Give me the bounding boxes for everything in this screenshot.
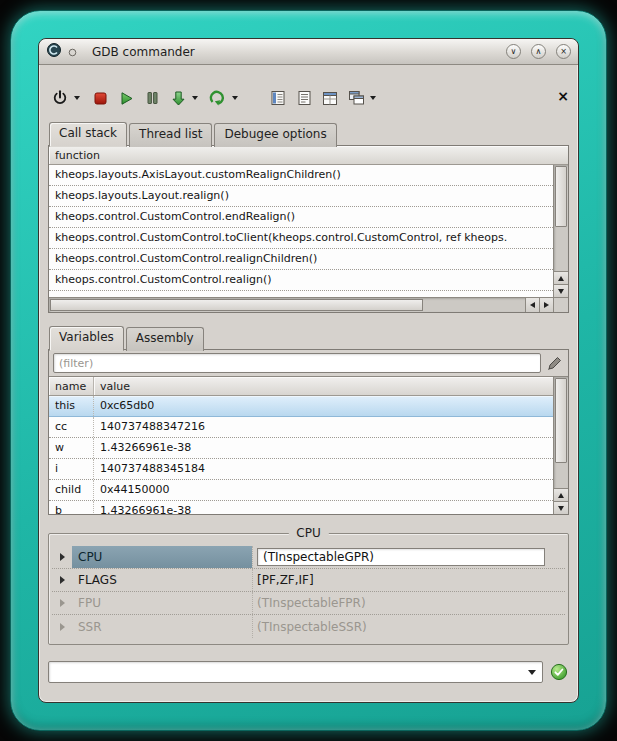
cpu-groupbox-title: CPU	[288, 526, 328, 540]
chevron-right-icon	[60, 599, 65, 607]
titlebar[interactable]: GDB commander ∨ ∧ ×	[39, 39, 578, 65]
chevron-down-icon[interactable]	[74, 96, 80, 100]
inspector-row-flags[interactable]: FLAGS [PF,ZF,IF]	[52, 569, 565, 592]
send-command-button[interactable]	[549, 662, 569, 682]
inspector-value-field[interactable]: (TInspectableGPR)	[257, 548, 545, 566]
chevron-up-icon	[558, 493, 564, 498]
close-button[interactable]: ×	[556, 44, 571, 59]
variable-value: 140737488345184	[94, 459, 553, 479]
tab-debugee-options[interactable]: Debugee options	[214, 123, 336, 147]
cpu-view-button[interactable]	[318, 87, 342, 109]
app-icon	[46, 42, 63, 62]
inspector-name[interactable]: FLAGS	[72, 569, 252, 591]
inspector-row-cpu[interactable]: CPU (TInspectableGPR)	[52, 546, 565, 569]
gdb-command-input[interactable]	[50, 663, 520, 681]
variable-row[interactable]: w 1.43266961e-38	[49, 438, 553, 459]
variables-tabbar: Variables Assembly	[48, 326, 569, 350]
variable-row[interactable]: b 1.43266961e-38	[49, 501, 553, 514]
chevron-right-icon	[60, 553, 65, 561]
column-header-value[interactable]: value	[94, 377, 568, 395]
inspector-row-fpu[interactable]: FPU (TInspectableFPR)	[52, 592, 565, 615]
column-header-function[interactable]: function	[49, 146, 568, 164]
variable-value: 1.43266961e-38	[94, 438, 553, 458]
chevron-down-icon[interactable]	[192, 96, 198, 100]
run-button[interactable]	[114, 87, 138, 109]
tab-variables[interactable]: Variables	[49, 326, 124, 351]
chevron-down-icon[interactable]	[528, 670, 536, 675]
variable-value: 140737488347216	[94, 417, 553, 437]
inspector-name[interactable]: CPU	[72, 546, 252, 568]
callstack-row[interactable]: kheops.control.CustomControl.realignChil…	[49, 249, 553, 270]
inspector-name[interactable]: SSR	[72, 615, 252, 638]
gdb-command-combobox[interactable]	[48, 661, 543, 683]
step-over-button[interactable]	[206, 87, 230, 109]
expander-button[interactable]	[52, 553, 72, 561]
scrollbar-buttons	[525, 298, 553, 312]
scroll-down-button[interactable]	[554, 501, 568, 514]
expander-button[interactable]	[52, 576, 72, 584]
client-area: ×	[39, 87, 578, 683]
pause-button[interactable]	[140, 87, 164, 109]
callstack-table-header: function	[49, 146, 568, 165]
variable-value: 1.43266961e-38	[94, 501, 553, 514]
variable-name: this	[49, 396, 94, 416]
callstack-row[interactable]: kheops.layouts.AxisLayout.customRealignC…	[49, 165, 553, 186]
inspector-value: [PF,ZF,IF]	[252, 569, 565, 591]
variable-row[interactable]: this 0xc65db0	[49, 396, 553, 417]
callstack-row[interactable]: kheops.control.CustomControl.endRealign(…	[49, 207, 553, 228]
cpu-groupbox: CPU CPU (TInspectableGPR) FLAGS [PF,ZF,I…	[48, 533, 569, 645]
chevron-down-icon[interactable]	[370, 96, 376, 100]
variable-name: w	[49, 438, 94, 458]
vertical-scrollbar[interactable]	[553, 165, 568, 297]
callstack-rows: kheops.layouts.AxisLayout.customRealignC…	[49, 165, 553, 297]
gdb-commander-window: GDB commander ∨ ∧ × ×	[38, 38, 579, 703]
variables-table: name value this 0xc65db0 cc 140737488347…	[49, 376, 568, 514]
variable-name: cc	[49, 417, 94, 437]
inspector-row-ssr[interactable]: SSR (TInspectableSSR)	[52, 615, 565, 638]
scroll-left-button[interactable]	[525, 298, 539, 312]
scrollbar-thumb[interactable]	[555, 378, 567, 463]
scroll-up-button[interactable]	[554, 271, 568, 284]
tab-call-stack[interactable]: Call stack	[49, 122, 127, 147]
column-header-name[interactable]: name	[49, 377, 94, 395]
filter-input[interactable]	[53, 353, 541, 373]
stop-button[interactable]	[88, 87, 112, 109]
scroll-right-button[interactable]	[539, 298, 553, 312]
window-glow-frame: GDB commander ∨ ∧ × ×	[10, 10, 607, 731]
minimize-button[interactable]: ∨	[506, 44, 521, 59]
chevron-down-icon[interactable]	[232, 96, 238, 100]
clear-filter-button[interactable]	[544, 354, 564, 372]
scroll-down-button[interactable]	[554, 284, 568, 297]
tab-thread-list[interactable]: Thread list	[129, 123, 212, 147]
variables-pane: name value this 0xc65db0 cc 140737488347…	[48, 349, 569, 515]
windows-button[interactable]	[344, 87, 368, 109]
inspector-name[interactable]: FPU	[72, 592, 252, 614]
callstack-row[interactable]: kheops.control.CustomControl.toClient(kh…	[49, 228, 553, 249]
panel-close-button[interactable]: ×	[557, 89, 569, 103]
variable-name: child	[49, 480, 94, 500]
power-button[interactable]	[48, 87, 72, 109]
callstack-row[interactable]: kheops.control.CustomControl.realign()	[49, 270, 553, 291]
callstack-row[interactable]: kheops.layouts.Layout.realign()	[49, 186, 553, 207]
pin-icon[interactable]	[68, 42, 77, 61]
horizontal-scrollbar[interactable]	[49, 297, 553, 312]
memory-view-button[interactable]	[266, 87, 290, 109]
vertical-scrollbar[interactable]	[553, 377, 568, 514]
expander-button[interactable]	[52, 623, 72, 631]
variable-row[interactable]: i 140737488345184	[49, 459, 553, 480]
scrollbar-thumb[interactable]	[50, 299, 423, 311]
filter-row	[49, 350, 568, 376]
variable-row[interactable]: child 0x44150000	[49, 480, 553, 501]
scrollbar-buttons	[554, 488, 568, 514]
step-button[interactable]	[166, 87, 190, 109]
variable-row[interactable]: cc 140737488347216	[49, 417, 553, 438]
scroll-up-button[interactable]	[554, 488, 568, 501]
chevron-down-icon	[558, 289, 564, 294]
scrollbar-thumb[interactable]	[555, 166, 567, 227]
chevron-right-icon	[60, 576, 65, 584]
maximize-button[interactable]: ∧	[531, 44, 546, 59]
expander-button[interactable]	[52, 599, 72, 607]
tab-assembly[interactable]: Assembly	[126, 327, 204, 351]
inspector-value: (TInspectableFPR)	[252, 592, 565, 614]
output-view-button[interactable]	[292, 87, 316, 109]
